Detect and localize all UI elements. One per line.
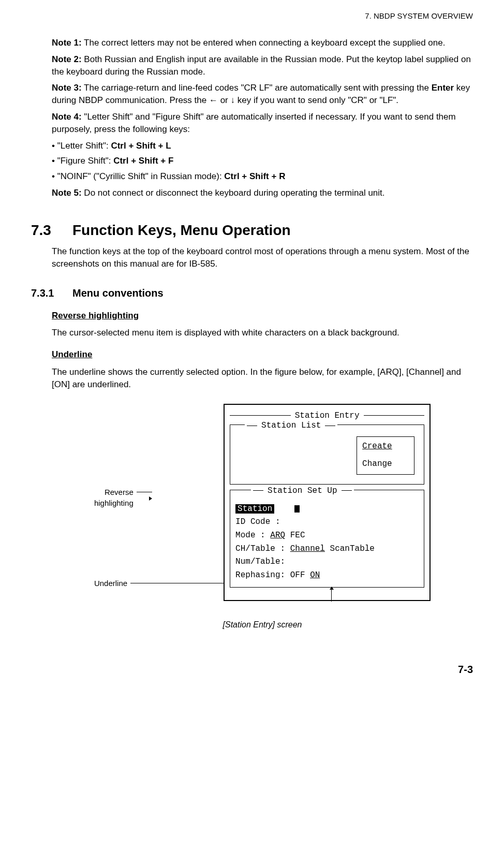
figure-callouts: Reverse highlighting Underline	[94, 404, 224, 589]
note-2: Note 2: Both Russian and English input a…	[52, 53, 473, 78]
callout-text: highlighting	[94, 499, 134, 507]
note-text: "Letter Shift" and "Figure Shift" are au…	[52, 112, 456, 134]
key-combo: Ctrl + Shift + L	[111, 141, 171, 151]
mode-arq: ARQ	[270, 531, 285, 540]
note-label: Note 2:	[52, 54, 82, 64]
page-header: 7. NBDP SYSTEM OVERVIEW	[31, 10, 473, 21]
key-combo: Ctrl + Shift + F	[113, 156, 173, 166]
key-combo: Ctrl + Shift + R	[224, 171, 285, 181]
ch-channel: Channel	[290, 544, 325, 553]
station-entry-figure: Reverse highlighting Underline Station E…	[52, 404, 473, 631]
note-text: The carriage-return and line-feed codes …	[82, 83, 432, 93]
create-option: Create	[362, 440, 409, 453]
station-list-box: Station List Create Change	[230, 424, 424, 485]
section-intro: The function keys at the top of the keyb…	[52, 245, 473, 270]
ch-scantable: ScanTable	[325, 544, 375, 553]
field-label: Rephasing: OFF	[235, 570, 310, 580]
reverse-highlight-label: Station	[235, 504, 274, 514]
note-label: Note 4:	[52, 112, 82, 122]
mode-field: Mode : ARQ FEC	[235, 529, 419, 543]
bullet-text: "Letter Shift":	[57, 141, 111, 151]
bullet-text: "NOINF" ("Cyrillic Shift" in Russian mod…	[57, 171, 225, 181]
page-number: 7-3	[31, 662, 473, 677]
callout-underline: Underline	[94, 578, 224, 589]
note-text: Do not connect or disconnect the keyboar…	[82, 188, 385, 198]
reverse-highlighting-head: Reverse highlighting	[52, 310, 473, 322]
callout-reverse-highlighting: Reverse highlighting	[94, 487, 224, 508]
subsection-number: 7.3.1	[31, 286, 72, 300]
bullet-text: "Figure Shift":	[57, 156, 113, 166]
note-1: Note 1: The correct letters may not be e…	[52, 37, 473, 49]
create-change-box: Create Change	[357, 436, 414, 474]
station-list-label: Station List	[245, 420, 337, 431]
note-3: Note 3: The carriage-return and line-fee…	[52, 82, 473, 107]
station-setup-label: Station Set Up	[251, 485, 353, 496]
setup-fields: Station ID Code : Mode : ARQ FEC CH/Tabl…	[230, 500, 424, 588]
id-code-field: ID Code :	[235, 516, 419, 529]
change-option: Change	[362, 458, 409, 471]
list-item: "Figure Shift": Ctrl + Shift + F	[52, 155, 473, 167]
subsection-title: Menu conventions	[72, 286, 164, 300]
notes-block: Note 1: The correct letters may not be e…	[52, 37, 473, 199]
underline-head: Underline	[52, 348, 473, 361]
section-number: 7.3	[31, 220, 72, 240]
mode-fec: FEC	[285, 531, 305, 540]
cursor-icon	[294, 505, 300, 513]
reverse-highlighting-text: The cursor-selected menu item is display…	[52, 327, 473, 339]
section-title: Function Keys, Menu Operation	[72, 220, 291, 240]
num-table-field: Num/Table:	[235, 555, 419, 569]
note-text: Both Russian and English input are avail…	[52, 54, 471, 77]
station-field: Station	[235, 503, 419, 516]
note-label: Note 1:	[52, 38, 82, 48]
rephasing-on: ON	[310, 570, 320, 580]
note-5: Note 5: Do not connect or disconnect the…	[52, 187, 473, 199]
list-item: "Letter Shift": Ctrl + Shift + L	[52, 140, 473, 152]
callout-text: Underline	[94, 578, 127, 589]
figure-caption: [Station Entry] screen	[223, 619, 302, 631]
subsection-7-3-1: 7.3.1 Menu conventions	[31, 286, 473, 300]
note-label: Note 3:	[52, 83, 82, 93]
field-label: CH/Table :	[235, 544, 290, 553]
list-item: "NOINF" ("Cyrillic Shift" in Russian mod…	[52, 170, 473, 183]
section-7-3: 7.3 Function Keys, Menu Operation	[31, 220, 473, 240]
station-entry-screen: Station Entry Station List Create Change…	[224, 404, 431, 602]
callout-arrow-icon	[137, 492, 152, 503]
label-text: Station Set Up	[268, 485, 337, 496]
callout-line-icon	[130, 583, 224, 583]
key-enter: Enter	[432, 83, 454, 93]
callout-text: Reverse	[105, 488, 134, 496]
field-label: Mode :	[235, 531, 270, 540]
note4-bullets: "Letter Shift": Ctrl + Shift + L "Figure…	[52, 140, 473, 183]
note-text: The correct letters may not be entered w…	[82, 38, 446, 48]
station-setup-box: Station Set Up Station ID Code : Mode : …	[230, 490, 424, 588]
note-4: Note 4: "Letter Shift" and "Figure Shift…	[52, 111, 473, 136]
label-text: Station List	[261, 420, 321, 431]
underline-text: The underline shows the currently select…	[52, 366, 473, 391]
ch-table-field: CH/Table : Channel ScanTable	[235, 543, 419, 556]
rephasing-field: Rephasing: OFF ON	[235, 569, 419, 582]
note-label: Note 5:	[52, 188, 82, 198]
